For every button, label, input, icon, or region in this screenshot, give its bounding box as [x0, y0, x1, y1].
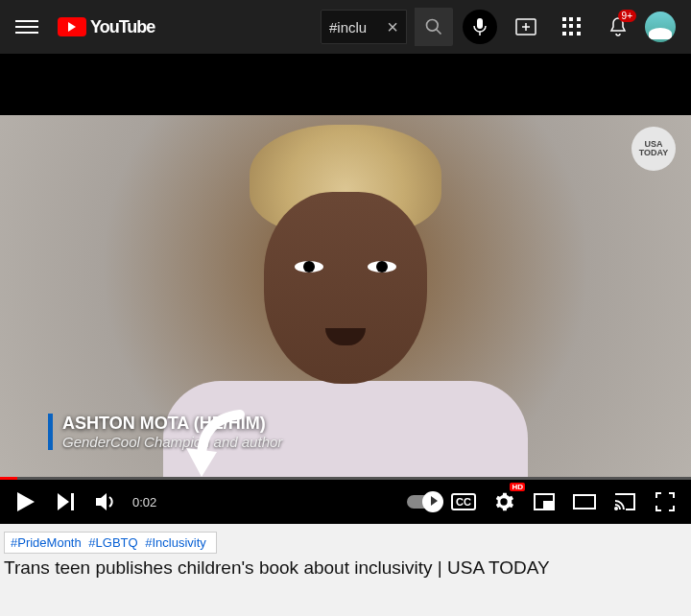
- search-value: #inclu: [329, 19, 367, 36]
- hashtag-row: #PrideMonth #LGBTQ #Inclusivity: [4, 532, 217, 554]
- volume-icon: [96, 492, 117, 511]
- miniplayer-button[interactable]: [528, 486, 560, 518]
- volume-button[interactable]: [90, 486, 123, 518]
- svg-marker-9: [58, 493, 69, 510]
- svg-rect-13: [544, 502, 553, 509]
- svg-rect-14: [574, 495, 595, 509]
- cast-button[interactable]: [608, 486, 641, 518]
- apps-button[interactable]: [553, 8, 591, 46]
- play-button[interactable]: [10, 486, 42, 518]
- create-video-icon: [515, 18, 536, 36]
- apps-grid-icon: [562, 17, 582, 36]
- youtube-play-icon: [58, 17, 86, 36]
- autoplay-toggle[interactable]: [407, 486, 440, 518]
- player-controls: 0:02 CC HD: [0, 480, 691, 524]
- progress-played: [0, 477, 17, 480]
- progress-bar[interactable]: [0, 477, 691, 480]
- video-frame[interactable]: USA TODAY ASHTON MOTA (HE/HIM) GenderCoo…: [0, 115, 691, 477]
- search-icon: [424, 17, 443, 36]
- svg-rect-10: [71, 493, 74, 510]
- hashtag-link[interactable]: #LGBTQ: [88, 535, 137, 550]
- fullscreen-button[interactable]: [649, 486, 681, 518]
- svg-marker-7: [186, 448, 217, 477]
- annotation-arrow-icon: [173, 400, 259, 477]
- notifications-button[interactable]: 9+: [599, 8, 637, 46]
- svg-line-1: [437, 30, 441, 35]
- svg-point-15: [615, 508, 617, 509]
- masthead: YouTube #inclu × 9+: [0, 0, 691, 54]
- channel-watermark[interactable]: USA TODAY: [631, 127, 676, 171]
- notification-badge: 9+: [618, 10, 636, 22]
- youtube-wordmark: YouTube: [90, 17, 155, 37]
- next-icon: [58, 493, 75, 510]
- cast-icon: [614, 493, 635, 510]
- svg-marker-11: [96, 493, 107, 510]
- video-title: Trans teen publishes children's book abo…: [4, 557, 687, 579]
- fullscreen-icon: [655, 492, 675, 511]
- youtube-logo[interactable]: YouTube: [58, 17, 155, 37]
- svg-marker-8: [17, 492, 35, 511]
- hashtag-link[interactable]: #Inclusivity: [145, 535, 206, 550]
- miniplayer-icon: [534, 493, 555, 510]
- theater-button[interactable]: [568, 486, 601, 518]
- video-info: #PrideMonth #LGBTQ #Inclusivity Trans te…: [0, 524, 691, 616]
- svg-rect-2: [477, 18, 483, 29]
- time-display: 0:02: [132, 495, 156, 509]
- next-button[interactable]: [50, 486, 83, 518]
- play-icon: [17, 492, 35, 511]
- toggle-icon: [407, 495, 440, 509]
- avatar[interactable]: [645, 12, 676, 42]
- voice-search-button[interactable]: [461, 8, 499, 46]
- search-input[interactable]: #inclu ×: [321, 10, 407, 44]
- search-button[interactable]: [415, 8, 453, 46]
- settings-button[interactable]: HD: [488, 486, 520, 518]
- cc-icon: CC: [451, 493, 476, 510]
- hd-badge: HD: [510, 483, 525, 491]
- create-button[interactable]: [507, 8, 545, 46]
- hashtag-link[interactable]: #PrideMonth: [11, 535, 82, 550]
- clear-search-icon[interactable]: ×: [387, 16, 398, 38]
- black-band: [0, 54, 691, 115]
- theater-icon: [573, 494, 596, 509]
- video-player[interactable]: USA TODAY ASHTON MOTA (HE/HIM) GenderCoo…: [0, 115, 691, 524]
- gear-icon: [493, 491, 514, 512]
- microphone-icon: [473, 18, 487, 36]
- captions-button[interactable]: CC: [447, 486, 480, 518]
- menu-icon[interactable]: [15, 15, 38, 38]
- svg-point-0: [427, 20, 439, 32]
